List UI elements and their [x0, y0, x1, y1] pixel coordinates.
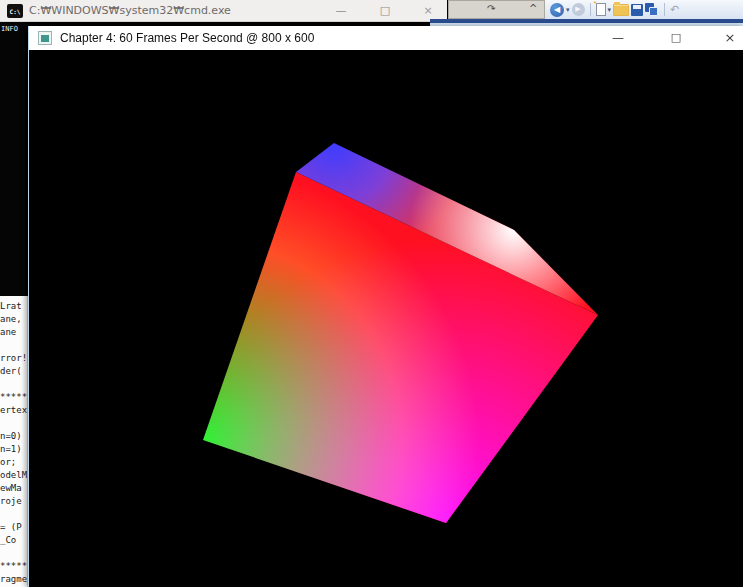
- opengl-window-titlebar[interactable]: Chapter 4: 60 Frames Per Second @ 800 x …: [29, 26, 743, 50]
- opengl-close-button[interactable]: ×: [713, 26, 743, 50]
- editor-code-line: [0, 417, 27, 430]
- cmd-window-titlebar[interactable]: C:\ C:₩WINDOWS₩system32₩cmd.exe — □ ×: [0, 0, 447, 22]
- editor-code-line: rror!: [0, 352, 27, 365]
- editor-code-line: ane,: [0, 313, 27, 326]
- editor-code-line: or;: [0, 456, 27, 469]
- forward-button[interactable]: ▶: [572, 3, 585, 16]
- open-folder-button[interactable]: [613, 4, 629, 16]
- editor-code-line: [0, 339, 27, 352]
- ide-toolbar: ◀ ▾ ▶ * ▾ ↶: [545, 0, 743, 19]
- new-file-button[interactable]: *: [596, 3, 606, 16]
- editor-code-line: *****: [0, 391, 27, 404]
- save-all-button[interactable]: [645, 3, 659, 16]
- opengl-app-icon-inner: [41, 35, 49, 42]
- editor-code-line: roje: [0, 495, 27, 508]
- editor-code-line: odelM: [0, 469, 27, 482]
- cmd-minimize-button[interactable]: —: [326, 1, 356, 21]
- opengl-window-title: Chapter 4: 60 Frames Per Second @ 800 x …: [60, 31, 314, 45]
- console-info-text: INFO: [1, 25, 25, 33]
- save-button[interactable]: [631, 4, 643, 16]
- undo-button[interactable]: ↶: [670, 3, 679, 16]
- redo-arrow-icon: ↷: [487, 3, 495, 14]
- editor-code-line: *****: [0, 560, 27, 573]
- back-dropdown-icon[interactable]: ▾: [566, 6, 570, 14]
- opengl-app-icon: [38, 31, 52, 45]
- opengl-maximize-button[interactable]: □: [659, 26, 693, 50]
- background-window-fragment[interactable]: ↷ ^: [448, 0, 545, 19]
- opengl-demo-window: Chapter 4: 60 Frames Per Second @ 800 x …: [28, 26, 743, 587]
- cmd-window-title: C:₩WINDOWS₩system32₩cmd.exe: [29, 4, 231, 17]
- rgb-cube-render: [29, 50, 743, 587]
- editor-code-strip[interactable]: Lratane,ane rror!der( *****ertex n=0)n=1…: [0, 296, 29, 587]
- toolbar-separator: [590, 3, 591, 16]
- toolbar-separator: [664, 3, 665, 16]
- editor-code-line: [0, 547, 27, 560]
- opengl-minimize-button[interactable]: —: [601, 26, 635, 50]
- new-file-sparkle-icon: *: [594, 0, 597, 8]
- editor-code-line: _Co: [0, 534, 27, 547]
- back-button[interactable]: ◀: [550, 3, 564, 17]
- caret-icon: ^: [529, 3, 537, 14]
- editor-code-line: = (P: [0, 521, 27, 534]
- cmd-close-button[interactable]: ×: [413, 1, 443, 21]
- editor-code-line: Lrat: [0, 300, 27, 313]
- editor-code-line: n=1): [0, 443, 27, 456]
- cmd-icon: C:\: [7, 4, 23, 18]
- editor-code-line: [0, 508, 27, 521]
- editor-code-line: [0, 378, 27, 391]
- editor-code-line: ane: [0, 326, 27, 339]
- editor-code-line: n=0): [0, 430, 27, 443]
- editor-code-line: ertex: [0, 404, 27, 417]
- cmd-maximize-button[interactable]: □: [370, 1, 400, 21]
- editor-code-line: der(: [0, 365, 27, 378]
- new-file-dropdown-icon[interactable]: ▾: [608, 6, 612, 14]
- editor-code-line: ragme: [0, 573, 27, 586]
- editor-code-line: ewMa: [0, 482, 27, 495]
- cmd-console-strip[interactable]: INFO: [0, 22, 25, 296]
- opengl-viewport: [29, 50, 743, 587]
